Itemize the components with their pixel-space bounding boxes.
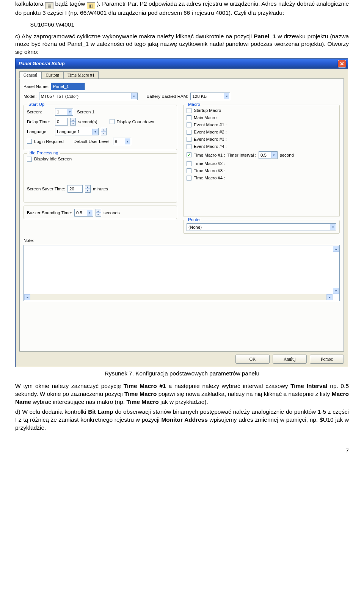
text-frag: c) Aby zaprogramować cykliczne wykonywan… [15, 33, 254, 39]
screen-name: Screen 1 [75, 108, 132, 116]
screen-num: 1 [57, 110, 59, 114]
printer-value: (None) [188, 225, 202, 229]
text-frag: d) W celu dodania kontrolki [15, 408, 88, 415]
text-bold: Time Interval [290, 383, 327, 389]
text-bold: Time Macro [126, 399, 158, 405]
scroll-left-icon[interactable]: ◂ [24, 294, 30, 300]
startup-macro-checkbox[interactable] [187, 108, 191, 113]
tab-custom[interactable]: Custom [41, 71, 63, 79]
delay-value-input[interactable]: 0 [55, 118, 68, 126]
event-macro-2-checkbox[interactable] [187, 130, 191, 135]
login-required-checkbox[interactable] [27, 139, 32, 144]
chevron-down-icon: ▾ [330, 224, 336, 230]
screen-num-dropdown[interactable]: 1 ▾ [55, 108, 73, 116]
display-idle-checkbox[interactable] [27, 157, 32, 162]
doc-paragraph-1: kalkulatora ▦ bądź tagów ◧ ). Parametr P… [15, 0, 349, 17]
text-frag: jak w przykładzie). [160, 399, 208, 405]
chevron-down-icon: ▾ [224, 93, 229, 99]
close-icon: ✕ [340, 61, 344, 67]
chevron-down-icon: ▾ [92, 129, 98, 135]
buzzer-group: Buzzer Sounding Time: 0.5 ▾ ▴▾ seconds [24, 206, 177, 219]
scroll-right-icon[interactable]: ▸ [326, 294, 333, 300]
display-countdown-checkbox[interactable] [110, 119, 115, 124]
panel-name-value: Panel_1 [53, 84, 69, 89]
model-value: MT057-TST (Color) [41, 94, 78, 99]
panel-name-label: Panel Name: [24, 84, 49, 89]
language-value: Language 1 [57, 129, 80, 134]
ok-button[interactable]: OK [235, 355, 270, 364]
time-macro-3-label: Time Macro #3 : [194, 168, 225, 173]
timer-interval-dropdown[interactable]: 0.5 ▾ [259, 151, 278, 159]
battery-dropdown[interactable]: 128 KB ▾ [190, 93, 230, 100]
text-bold: Monitor Address [162, 416, 208, 423]
buzzer-spinner[interactable]: ▴▾ [96, 209, 101, 217]
time-macro-2-label: Time Macro #2 : [194, 161, 225, 166]
delay-spinner[interactable]: ▴▾ [70, 118, 76, 126]
delay-label: Delay Time: [27, 119, 53, 124]
note-textarea[interactable]: ▴ ▾ ◂ ▸ [24, 245, 340, 301]
model-dropdown[interactable]: MT057-TST (Color) ▾ [39, 93, 138, 100]
chevron-down-icon: ▾ [125, 138, 130, 144]
tab-time-macro-1[interactable]: Time Macro #1 [63, 71, 99, 79]
text-frag: a następnie należy wybrać interwał czaso… [168, 383, 290, 389]
event-macro-4-label: Event Macro #4 : [194, 144, 227, 149]
time-macro-2-checkbox[interactable] [187, 161, 191, 166]
panel-name-field[interactable]: Panel_1 [51, 83, 85, 90]
screen-saver-value[interactable]: 20 [67, 185, 83, 193]
macro-group: Macro Startup Macro Main Macro Event Mac… [183, 105, 340, 217]
macro-legend: Macro [187, 102, 202, 107]
screen-saver-spinner[interactable]: ▴▾ [85, 185, 91, 193]
chevron-up-icon: ▴ [85, 185, 90, 189]
default-user-level-dropdown[interactable]: 8 ▾ [113, 138, 131, 145]
time-macro-4-label: Time Macro #4 : [194, 176, 225, 180]
scroll-up-icon[interactable]: ▴ [333, 246, 339, 252]
buzzer-dropdown[interactable]: 0.5 ▾ [74, 209, 93, 217]
tab-panel-general: Panel Name: Panel_1 Model: MT057-TST (Co… [19, 78, 344, 352]
idle-legend: Idle Processing [27, 151, 60, 155]
chevron-down-icon: ▾ [85, 189, 90, 192]
cancel-button[interactable]: Anuluj [273, 355, 307, 364]
language-spinner[interactable]: ▴▾ [101, 128, 107, 135]
event-macro-1-checkbox[interactable] [187, 122, 191, 127]
help-button[interactable]: Pomoc [310, 355, 344, 364]
tag-icon: ◧ [87, 2, 95, 9]
event-macro-4-checkbox[interactable] [187, 144, 191, 149]
language-label: Language: [27, 129, 53, 134]
text-frag: bądź tagów [55, 0, 86, 7]
chevron-down-icon: ▾ [87, 210, 93, 216]
dialog-titlebar[interactable]: Panel General Setup ✕ [16, 59, 348, 69]
panel-general-setup-dialog: Panel General Setup ✕ General Custom Tim… [15, 58, 348, 367]
dialog-title: Panel General Setup [19, 61, 65, 66]
chevron-down-icon: ▾ [71, 122, 75, 125]
main-macro-checkbox[interactable] [187, 115, 191, 120]
printer-dropdown[interactable]: (None) ▾ [187, 223, 336, 231]
language-dropdown[interactable]: Language 1 ▾ [55, 128, 99, 135]
chevron-up-icon: ▴ [71, 118, 75, 122]
chevron-down-icon: ▾ [96, 213, 101, 216]
buzzer-label: Buzzer Sounding Time: [27, 210, 72, 215]
battery-value: 128 KB [192, 94, 207, 99]
model-label: Model: [24, 94, 37, 99]
figure-caption: Rysunek 7. Konfiguracja podstawowych par… [15, 370, 349, 377]
scroll-down-icon[interactable]: ▾ [333, 288, 339, 294]
start-up-group: Start Up Screen: 1 ▾ Screen 1 Delay [24, 105, 177, 150]
event-macro-3-label: Event Macro #3 : [194, 137, 227, 141]
time-macro-4-checkbox[interactable] [187, 176, 191, 181]
display-countdown-label: Display Countdown [117, 119, 154, 124]
event-macro-1-label: Event Macro #1 : [194, 122, 227, 127]
display-idle-label: Display Idle Screen [34, 157, 72, 161]
close-button[interactable]: ✕ [338, 60, 346, 68]
text-frag: wybrać interesujące nas makro (np. [33, 399, 126, 405]
tab-strip: General Custom Time Macro #1 [19, 71, 344, 78]
chevron-down-icon: ▾ [131, 93, 137, 99]
text-bold: Time Macro #1 [124, 383, 166, 389]
chevron-down-icon: ▾ [271, 152, 277, 158]
time-macro-1-checkbox[interactable]: ✓ [187, 152, 191, 157]
chevron-up-icon: ▴ [96, 209, 101, 213]
timer-interval-value: 0.5 [260, 153, 267, 157]
tab-general[interactable]: General [19, 71, 41, 79]
login-required-label: Login Required [34, 139, 64, 144]
event-macro-3-checkbox[interactable] [187, 137, 191, 142]
screen-label: Screen: [27, 110, 53, 114]
time-macro-3-checkbox[interactable] [187, 168, 191, 173]
